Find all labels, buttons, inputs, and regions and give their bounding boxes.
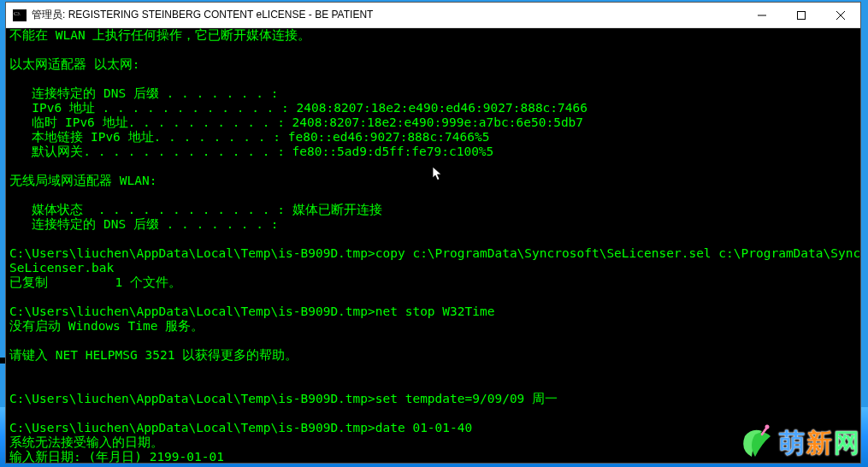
maximize-button[interactable] (782, 3, 821, 28)
titlebar[interactable]: 管理员: REGISTERING STEINBERG CONTENT eLICE… (6, 3, 860, 28)
minimize-button[interactable] (742, 3, 782, 28)
cmd-icon (13, 9, 27, 21)
close-button[interactable] (821, 3, 860, 28)
svg-rect-0 (798, 11, 806, 19)
terminal-output[interactable]: 不能在 WLAN 上执行任何操作，它已断开媒体连接。 以太网适配器 以太网: 连… (6, 28, 860, 463)
cmd-window: 管理员: REGISTERING STEINBERG CONTENT eLICE… (5, 2, 861, 464)
window-title: 管理员: REGISTERING STEINBERG CONTENT eLICE… (32, 8, 742, 22)
